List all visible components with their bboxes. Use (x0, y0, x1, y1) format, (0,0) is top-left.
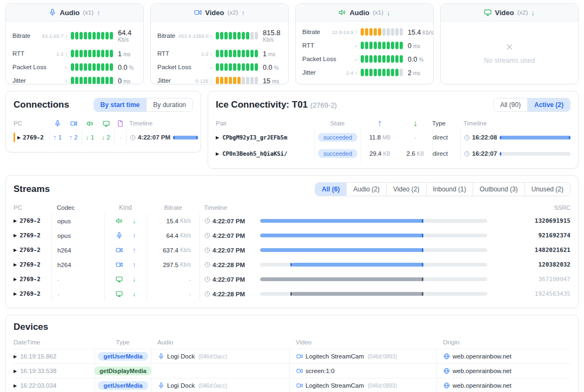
stat-card-audio-down: Audio(x1)↓Bitrate12.8-24.9 ↕15.4Kb/sRTT=… (295, 3, 434, 84)
meter-segment (382, 42, 386, 49)
connection-row[interactable]: ▶2769-2↑ 1↑ 2↓ 1↓ 2-4:22:07 PM (14, 129, 193, 145)
clock-icon (204, 276, 210, 282)
metric-value: 64.4Kb/s (118, 29, 144, 43)
stream-row[interactable]: ▶2769-2h264↑297.5Kb/s4:22:28 PM120382032 (14, 257, 570, 272)
timestamp: 4:22:07 PM (204, 276, 245, 283)
expand-icon[interactable]: ▶ (14, 248, 17, 253)
metric-label: Jitter (157, 77, 171, 84)
connections-sort-toggle-group: By start timeBy duration (94, 98, 193, 112)
meter-segment (233, 50, 236, 57)
streams-filter-3[interactable]: Inbound (1) (426, 183, 473, 196)
streams-filter-4[interactable]: Outbound (3) (473, 183, 525, 196)
expand-icon[interactable]: ▶ (14, 233, 17, 238)
stream-kind-cell: ↑ (104, 228, 147, 243)
connections-toggle-0[interactable]: By start time (94, 98, 147, 111)
ice-header-state: State (314, 117, 361, 129)
stream-bar-cell (260, 248, 495, 252)
metric-value: 815.8Kb/s (263, 29, 289, 43)
expand-icon[interactable]: ▶ (14, 354, 17, 359)
connections-panel: Connections By start timeBy duration PCT… (5, 91, 201, 152)
stream-row[interactable]: ▶2769-2opus↓15.4Kb/s4:22:07 PM1320691915 (14, 214, 570, 228)
streams-filter-group: All (6)Audio (2)Video (2)Inbound (1)Outb… (315, 182, 570, 196)
ice-pair-cell: ▶CPbgM92yI3_grJEFb5m (216, 134, 314, 141)
ice-toggle-1[interactable]: Active (2) (527, 98, 570, 111)
metric-range: 453.4-1358.0 ↕ (177, 33, 216, 39)
meter-segment (250, 32, 254, 39)
level-meter (71, 77, 113, 84)
stream-time-cell: 4:22:28 PM (200, 257, 260, 272)
metric-label-group: Packet Loss= (302, 56, 361, 62)
meter-segment (369, 42, 373, 49)
timestamp: 4:22:07 PM (204, 218, 245, 224)
meter-segment (110, 63, 113, 71)
stream-row[interactable]: ▶2769-2-↓-4:22:07 PM367100047 (14, 272, 570, 287)
expand-icon[interactable]: ▶ (216, 151, 219, 156)
device-row[interactable]: ▶16:22:03.034getUserMediaLogi Dock(046d:… (14, 378, 570, 392)
timeline-bar (260, 219, 487, 223)
expand-icon[interactable]: ▶ (216, 135, 219, 140)
stat-card-body: Bitrate63.1-65.7 ↕64.4Kb/sRTT1-2 ↕1msPac… (6, 22, 143, 84)
expand-icon[interactable]: ▶ (14, 262, 17, 267)
device-row[interactable]: ▶16:19:15.862getUserMediaLogi Dock(046d:… (14, 349, 570, 363)
stream-row[interactable]: ▶2769-2h264↑637.4Kb/s4:22:07 PM148202162… (14, 243, 570, 257)
expand-icon[interactable]: ▶ (17, 135, 21, 140)
metric-label-group: Bitrate12.8-24.9 ↕ (302, 29, 361, 35)
ice-state-cell: succeeded (314, 145, 361, 162)
device-origin-host: web.openrainbow.net (453, 353, 512, 360)
metric-range: = (208, 64, 216, 70)
expand-icon[interactable]: ▶ (14, 383, 17, 388)
device-datetime-cell: ▶16:19:15.862 (14, 353, 95, 360)
streams-header-ssrc: SSRC (495, 204, 570, 211)
metric-value-unit: % (129, 65, 134, 71)
metric-label: RTT (157, 50, 169, 57)
level-meter (361, 55, 403, 63)
stream-codec-cell: h264 (51, 243, 104, 257)
meter-segment (387, 69, 390, 76)
stream-row[interactable]: ▶2769-2opus↑64.4Kb/s4:22:07 PM921692374 (14, 228, 570, 243)
meter-segment (365, 55, 368, 63)
timeline-fill (292, 292, 424, 296)
ice-type-cell: direct (432, 129, 460, 145)
connections-toggle-1[interactable]: By duration (146, 98, 193, 111)
arrow-up-icon: ↑ (132, 232, 136, 240)
stream-row[interactable]: ▶2769-2-↓-4:22:28 PM1924563435 (14, 287, 570, 301)
device-audio-id: (046d:0acc) (198, 354, 227, 360)
streams-filter-0[interactable]: All (6) (315, 183, 346, 196)
ice-upload-cell: 11.8MB (361, 129, 399, 145)
streams-header-pc: PC (14, 204, 51, 211)
metric-label: Bitrate (157, 32, 175, 39)
metric-label-group: Bitrate63.1-65.7 ↕ (12, 32, 71, 39)
streams-filter-5[interactable]: Unused (2) (525, 183, 570, 196)
streams-filter-1[interactable]: Audio (2) (346, 183, 386, 196)
metric-value-unit: Kb/s (422, 30, 433, 36)
globe-icon (443, 353, 450, 360)
meter-segment (88, 50, 91, 57)
stat-card-video-down: Video(x2)↓✕No streams used (440, 3, 579, 84)
metric-value-number: 815.8 (263, 29, 289, 37)
streams-header-kind: Kind (104, 202, 147, 214)
globe-icon (443, 368, 450, 374)
ice-pair-row[interactable]: ▶CP0n3Beoh5_hQiaKSi/succeeded29.4KB2.6KB… (216, 145, 570, 162)
ice-pair-row[interactable]: ▶CPbgM92yI3_grJEFb5msucceeded11.8MB-dire… (216, 129, 570, 145)
monitor-icon (103, 120, 110, 127)
expand-icon[interactable]: ▶ (14, 277, 17, 282)
ice-title-text: Ice Connectivity: T01 (216, 99, 308, 110)
metric-label-group: Packet Loss= (157, 64, 216, 70)
expand-icon[interactable]: ▶ (14, 218, 17, 223)
meter-segment (75, 77, 78, 84)
timeline-bar (260, 292, 487, 296)
metric-value: 1ms (263, 49, 289, 58)
expand-icon[interactable]: ▶ (14, 369, 17, 374)
metric-value: 15ms (263, 76, 289, 85)
device-datetime-cell: ▶16:19:33.538 (14, 368, 95, 374)
ice-toggle-0[interactable]: All (90) (494, 98, 527, 111)
meter-segment (224, 77, 228, 84)
clock-icon (204, 262, 210, 268)
streams-filter-2[interactable]: Video (2) (386, 183, 426, 196)
metric-label: Bitrate (302, 29, 320, 35)
device-video-cell: screen:1:0 (289, 364, 436, 378)
meter-segment (242, 63, 245, 71)
metric-value: 2ms (408, 68, 434, 77)
device-row[interactable]: ▶16:19:33.538getDisplayMediascreen:1:0we… (14, 363, 570, 378)
expand-icon[interactable]: ▶ (14, 291, 17, 296)
